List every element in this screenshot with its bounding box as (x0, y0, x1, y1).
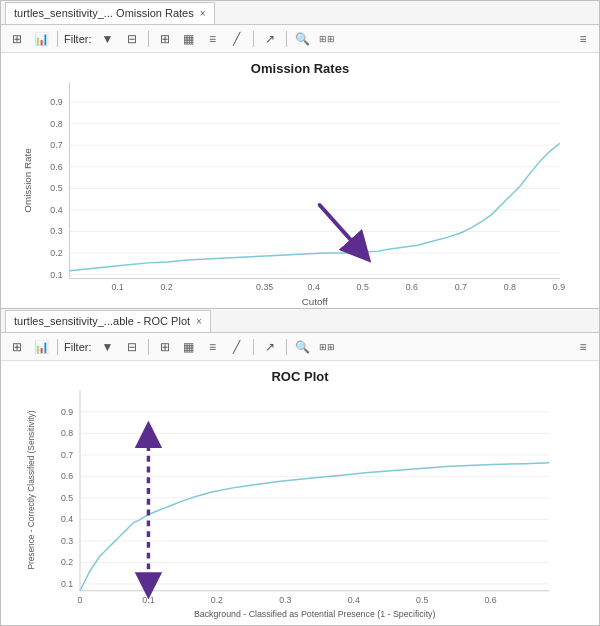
svg-text:0.9: 0.9 (50, 97, 62, 107)
svg-text:0.9: 0.9 (61, 407, 73, 417)
svg-text:0.3: 0.3 (50, 226, 62, 236)
tab-bar-1: turtles_sensitivity_... Omission Rates × (1, 1, 599, 25)
svg-text:Background - Classified as Pot: Background - Classified as Potential Pre… (194, 609, 436, 619)
svg-text:0.1: 0.1 (61, 579, 73, 589)
separator-1 (57, 31, 58, 47)
funnel-icon-1[interactable]: ⊟ (122, 29, 142, 49)
toolbar-2: ⊞ 📊 Filter: ▼ ⊟ ⊞ ▦ ≡ ╱ ↗ 🔍 ⊞⊞ ≡ (1, 333, 599, 361)
omission-chart-area: Omission Rates 0.9 0.8 0.7 0.6 0.5 (1, 53, 599, 308)
filter-icon-1[interactable]: ▼ (98, 29, 118, 49)
svg-text:0.8: 0.8 (50, 119, 62, 129)
table-icon-1[interactable]: ⊞ (155, 29, 175, 49)
tab-close-2[interactable]: × (196, 316, 202, 327)
svg-text:0: 0 (78, 595, 83, 605)
tab-close-1[interactable]: × (200, 8, 206, 19)
chart-icon[interactable]: 📊 (31, 29, 51, 49)
menu-icon-2[interactable]: ≡ (573, 337, 593, 357)
grid-small-icon-2[interactable]: ⊞⊞ (317, 337, 337, 357)
row-icon-1[interactable]: ≡ (203, 29, 223, 49)
grid-icon-2[interactable]: ⊞ (7, 337, 27, 357)
export-icon-2[interactable]: ↗ (260, 337, 280, 357)
svg-text:0.5: 0.5 (357, 282, 369, 292)
separator-7 (253, 339, 254, 355)
roc-plot-panel: turtles_sensitivity_...able - ROC Plot ×… (0, 308, 600, 626)
filter-label-2: Filter: (64, 341, 92, 353)
svg-text:0.1: 0.1 (142, 595, 154, 605)
svg-text:0.9: 0.9 (553, 282, 565, 292)
col-icon-1[interactable]: ▦ (179, 29, 199, 49)
tab-label-1: turtles_sensitivity_... Omission Rates (14, 7, 194, 19)
funnel-icon-2[interactable]: ⊟ (122, 337, 142, 357)
separator-2 (148, 31, 149, 47)
separator-3 (253, 31, 254, 47)
svg-text:0.7: 0.7 (50, 140, 62, 150)
tab-bar-2: turtles_sensitivity_...able - ROC Plot × (1, 309, 599, 333)
roc-chart-area: ROC Plot 0.9 0.8 0.7 0.6 0.5 0.4 0.3 (1, 361, 599, 625)
col-icon-2[interactable]: ▦ (179, 337, 199, 357)
omission-chart-svg: 0.9 0.8 0.7 0.6 0.5 0.4 0.3 0.2 0.1 0.1 … (1, 53, 599, 308)
filter-icon-2[interactable]: ▼ (98, 337, 118, 357)
svg-text:0.7: 0.7 (455, 282, 467, 292)
svg-text:0.3: 0.3 (279, 595, 291, 605)
svg-text:0.6: 0.6 (485, 595, 497, 605)
separator-5 (57, 339, 58, 355)
svg-text:0.1: 0.1 (50, 270, 62, 280)
svg-text:0.8: 0.8 (61, 428, 73, 438)
svg-text:0.5: 0.5 (416, 595, 428, 605)
separator-8 (286, 339, 287, 355)
line-icon-2[interactable]: ╱ (227, 337, 247, 357)
export-icon-1[interactable]: ↗ (260, 29, 280, 49)
svg-text:0.6: 0.6 (61, 471, 73, 481)
toolbar-right-1: ≡ (573, 29, 593, 49)
svg-text:0.3: 0.3 (61, 536, 73, 546)
zoom-icon-1[interactable]: 🔍 (293, 29, 313, 49)
zoom-icon-2[interactable]: 🔍 (293, 337, 313, 357)
svg-text:0.5: 0.5 (50, 183, 62, 193)
grid-small-icon-1[interactable]: ⊞⊞ (317, 29, 337, 49)
svg-text:0.2: 0.2 (61, 557, 73, 567)
toolbar-right-2: ≡ (573, 337, 593, 357)
svg-text:Omission Rate: Omission Rate (22, 148, 33, 213)
separator-4 (286, 31, 287, 47)
omission-rates-tab[interactable]: turtles_sensitivity_... Omission Rates × (5, 2, 215, 24)
svg-text:Presence - Correctly Classifie: Presence - Correctly Classified (Sensiti… (26, 410, 36, 569)
line-icon-1[interactable]: ╱ (227, 29, 247, 49)
svg-text:Cutoff: Cutoff (302, 296, 328, 307)
svg-text:0.4: 0.4 (308, 282, 320, 292)
svg-text:0.35: 0.35 (256, 282, 273, 292)
svg-line-33 (320, 205, 361, 251)
svg-text:0.2: 0.2 (160, 282, 172, 292)
svg-text:0.1: 0.1 (111, 282, 123, 292)
filter-label-1: Filter: (64, 33, 92, 45)
omission-rates-panel: turtles_sensitivity_... Omission Rates ×… (0, 0, 600, 308)
chart-icon-2[interactable]: 📊 (31, 337, 51, 357)
row-icon-2[interactable]: ≡ (203, 337, 223, 357)
svg-text:0.6: 0.6 (50, 162, 62, 172)
svg-text:0.2: 0.2 (50, 248, 62, 258)
toolbar-1: ⊞ 📊 Filter: ▼ ⊟ ⊞ ▦ ≡ ╱ ↗ 🔍 ⊞⊞ ≡ (1, 25, 599, 53)
grid-icon[interactable]: ⊞ (7, 29, 27, 49)
svg-text:0.8: 0.8 (504, 282, 516, 292)
svg-point-63 (145, 427, 153, 435)
tab-label-2: turtles_sensitivity_...able - ROC Plot (14, 315, 190, 327)
svg-text:0.7: 0.7 (61, 450, 73, 460)
svg-text:0.2: 0.2 (211, 595, 223, 605)
menu-icon-1[interactable]: ≡ (573, 29, 593, 49)
roc-chart-svg: 0.9 0.8 0.7 0.6 0.5 0.4 0.3 0.2 0.1 0 0.… (1, 361, 599, 625)
svg-text:0.4: 0.4 (348, 595, 360, 605)
svg-text:0.6: 0.6 (406, 282, 418, 292)
separator-6 (148, 339, 149, 355)
svg-text:0.4: 0.4 (61, 514, 73, 524)
svg-text:0.4: 0.4 (50, 205, 62, 215)
roc-tab[interactable]: turtles_sensitivity_...able - ROC Plot × (5, 310, 211, 332)
svg-text:0.5: 0.5 (61, 493, 73, 503)
table-icon-2[interactable]: ⊞ (155, 337, 175, 357)
